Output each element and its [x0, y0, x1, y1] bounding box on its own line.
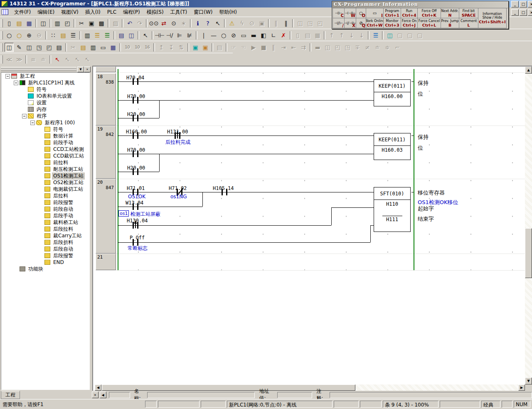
address-reference-button[interactable]: ◰ [44, 43, 54, 52]
tree-item-sec-etest-cut-station[interactable]: 电测裁切工站 [1, 186, 89, 192]
window-tile-v-button[interactable]: ◰ [315, 19, 325, 28]
time-chart-monitor-button[interactable]: ▦ [313, 31, 322, 40]
menu-insert[interactable]: 插入(I) [82, 7, 104, 17]
paste-button[interactable]: ▩ [97, 19, 106, 28]
tree-expander-icon[interactable] [5, 73, 11, 79]
window-tile-h-button[interactable]: ◳ [305, 19, 315, 28]
continuous-step-run-button[interactable]: ⇉ [299, 43, 308, 52]
zoom-in-button[interactable]: ⊕ [25, 31, 34, 40]
force-off-button[interactable]: ☜ [239, 43, 248, 52]
undo-button[interactable]: ↶ [125, 19, 134, 28]
global-symbols-button[interactable]: ▦ [108, 43, 118, 52]
show-symbol-comments-button[interactable]: ▤ [59, 31, 68, 40]
rung-18-gutter[interactable]: 18 838 [96, 73, 116, 126]
tree-expander-icon[interactable] [30, 119, 36, 126]
indent-narrower-button[interactable]: ≪ [5, 55, 14, 64]
tree-item-sec-os2-test-station[interactable]: OS2检测工站 [1, 179, 89, 186]
new-vertical-line-button[interactable]: ∣ [199, 31, 208, 40]
transfer-from-plc-button[interactable]: ↧ [167, 43, 176, 52]
data-trace-button[interactable]: ▤ [215, 43, 224, 52]
monitor-signed-decimal-button[interactable]: 10 [133, 43, 142, 52]
operand-label[interactable]: H130.04 [127, 218, 148, 224]
local-symbols-button[interactable]: ▭ [99, 43, 108, 52]
operand-label[interactable]: H131.00 [167, 129, 188, 135]
tree-item-sec-data-calc[interactable]: 数据计算 [1, 133, 89, 139]
minimize-button[interactable]: _ [511, 1, 519, 7]
tree-item-sec-ccd-cut-station[interactable]: CCD裁切工站 [1, 153, 89, 159]
tree-item-sec-front-pull[interactable]: 前拉料 [1, 159, 89, 166]
monitor-x-button[interactable]: ▢ [405, 31, 414, 40]
paste-attributes-button[interactable]: ▨ [111, 19, 120, 28]
vertical-scrollbar-thumb[interactable] [525, 228, 532, 278]
operand-label[interactable]: H71.02 [169, 185, 187, 191]
menu-help[interactable]: 帮助(H) [216, 7, 240, 17]
select-partial-50-button[interactable]: ↖ [73, 55, 82, 64]
address-input[interactable] [277, 392, 313, 398]
window-cascade-button[interactable]: ◫ [296, 19, 305, 28]
tree-item-sec-rear-alarm[interactable]: 后段报警 [1, 252, 89, 259]
menu-file[interactable]: 文件(F) [11, 7, 34, 17]
tree-item-sec-front-manual[interactable]: 前段手动 [1, 139, 89, 146]
replace-button[interactable]: ⇄ [159, 19, 168, 28]
data-compare-button[interactable]: ▤ [303, 31, 312, 40]
tree-item-settings[interactable]: 设置 [1, 99, 89, 106]
ladder-document-icon[interactable] [2, 9, 8, 15]
compile-all-programs-button[interactable]: ϟ [237, 19, 246, 28]
keep-instruction-block[interactable]: KEEP(011) H160.00 [374, 79, 411, 106]
operand-label[interactable]: P_Off [130, 235, 145, 241]
operand-label[interactable]: H20.00 [127, 165, 145, 171]
operand-label[interactable]: H105.14 [213, 185, 234, 191]
plc-monitor-button[interactable]: ◫ [385, 31, 394, 40]
new-closed-contact-button[interactable]: ⊣∕ [165, 31, 174, 40]
rung-17-gutter[interactable] [96, 67, 116, 72]
select-error-button[interactable]: ↖ [53, 55, 62, 64]
rung-20-gutter[interactable]: 20 847 [96, 179, 116, 254]
keep-instruction-block[interactable]: KEEP(011) H160.03 [374, 133, 411, 160]
tree-item-sec-withstand-test-station[interactable]: 耐压检测工站 [1, 166, 89, 172]
select-mode-button[interactable]: ↖ [141, 31, 150, 40]
scroll-down-icon[interactable]: ▼ [525, 377, 532, 384]
go-to-rung-top-button[interactable]: ≡ [29, 55, 38, 64]
program-pause-button[interactable]: ‖ [281, 19, 291, 28]
new-horizontal-line-button[interactable]: — [209, 31, 218, 40]
operand-label[interactable]: H71.01 [127, 185, 145, 191]
differential-monitor-button[interactable]: ▯ [293, 31, 302, 40]
help-button[interactable]: ? [203, 19, 212, 28]
scroll-up-icon[interactable]: ▲ [525, 67, 532, 74]
comment-input[interactable] [330, 392, 532, 398]
run-simulation-button[interactable]: ▶ [249, 43, 258, 52]
set-value-up-z-button[interactable]: ↑ [327, 31, 336, 40]
set-value-down-v-button[interactable]: ↓ [347, 31, 356, 40]
step-in-button[interactable]: ⇤ [289, 43, 298, 52]
set-value-down-0-button[interactable]: ↓ [357, 31, 366, 40]
section-cut-button[interactable]: ✂ [69, 43, 78, 52]
zoom-custom-button[interactable]: ○ [15, 31, 24, 40]
workspace-dropdown-icon[interactable]: ▼ [77, 67, 84, 72]
open-project-button[interactable]: ▤ [15, 19, 24, 28]
force-on-button[interactable]: ☞ [229, 43, 238, 52]
new-coil-button[interactable]: ○ [219, 31, 228, 40]
print-button[interactable]: ▥ [53, 19, 62, 28]
work-online-button[interactable]: ▣ [191, 43, 200, 52]
show-grid-button[interactable]: ∷ [49, 31, 58, 40]
tree-item-io-table-unit-setup[interactable]: IO表和单元设置 [1, 93, 89, 99]
tree-item-sec-os1-test-station[interactable]: OS1检测工站 [1, 172, 89, 179]
find-compile-error-button[interactable]: ⊙ [247, 19, 256, 28]
show-section-list-button[interactable]: ☰ [103, 31, 112, 40]
online-edit-send-button[interactable]: ◫ [323, 43, 332, 52]
menu-program[interactable]: 编程(P) [120, 7, 143, 17]
online-edit-release-button[interactable]: ◳ [343, 43, 352, 52]
mnemonic-view-button[interactable]: ▤ [117, 31, 126, 40]
tree-item-function-blocks[interactable]: 功能块 [1, 266, 89, 272]
menu-edit[interactable]: 编辑(E) [34, 7, 58, 17]
project-tab[interactable]: 工程 [1, 391, 20, 399]
menu-view[interactable]: 视图(V) [58, 7, 82, 17]
workspace-close-icon[interactable]: × [84, 67, 91, 72]
tree-item-new-plc1[interactable]: 新PLC1[CP1H] 离线 [1, 79, 89, 86]
watch-window-button[interactable]: ◫ [25, 43, 34, 52]
tree-item-memory[interactable]: 内存 [1, 106, 89, 113]
close-button[interactable]: × [528, 1, 532, 7]
find-next-button[interactable]: ⊙ [169, 19, 178, 28]
tree-item-sec-rear-pull-2[interactable]: 后段拉料 [1, 226, 89, 232]
copy-button[interactable]: ▣ [87, 19, 96, 28]
